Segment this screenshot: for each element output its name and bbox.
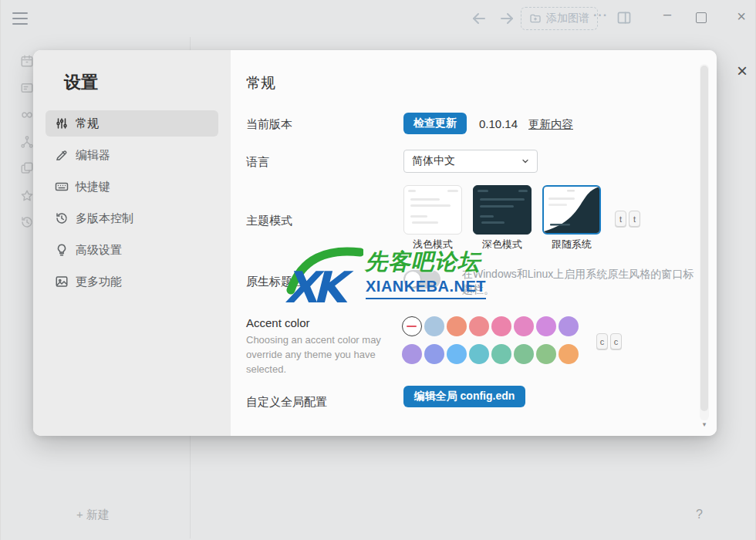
accent-swatch-none[interactable] xyxy=(402,316,422,336)
theme-option-light[interactable] xyxy=(403,185,462,235)
native-titlebar-description: 在Windows和Linux上启用系统原生风格的窗口标题栏。 xyxy=(462,266,703,297)
accent-swatch[interactable] xyxy=(491,344,511,364)
pencil-icon xyxy=(55,148,69,162)
native-titlebar-toggle[interactable] xyxy=(403,270,440,289)
theme-label: 主题模式 xyxy=(246,214,292,228)
custom-config-label: 自定义全局配置 xyxy=(246,395,327,410)
close-icon[interactable]: × xyxy=(732,62,752,82)
accent-swatch[interactable] xyxy=(536,316,556,336)
accent-swatch[interactable] xyxy=(469,344,489,364)
native-titlebar-label: 原生标题栏 xyxy=(246,275,304,289)
accent-swatch[interactable] xyxy=(469,316,489,336)
settings-panel: × 常规 当前版本 检查更新 0.10.14 更新内容 语言 简体中文 主题模式 xyxy=(231,50,717,436)
panel-scrollbar-track[interactable] xyxy=(700,64,709,420)
image-icon xyxy=(55,275,69,289)
sliders-icon xyxy=(55,116,69,130)
panel-scrollbar-thumb[interactable] xyxy=(700,66,708,411)
scroll-down-icon[interactable]: ▾ xyxy=(700,420,708,428)
kbd-key: t xyxy=(629,211,640,227)
theme-light-label: 浅色模式 xyxy=(403,238,462,251)
accent-description: Choosing an accent color may override an… xyxy=(246,332,397,376)
settings-nav-advanced[interactable]: 高级设置 xyxy=(46,237,218,263)
edit-global-config-button[interactable]: 编辑全局 config.edn xyxy=(403,386,525,407)
panel-heading: 常规 xyxy=(246,73,275,93)
theme-option-dark[interactable] xyxy=(473,185,532,235)
theme-dark-label: 深色模式 xyxy=(473,238,532,251)
language-select[interactable]: 简体中文 xyxy=(403,150,538,173)
bulb-icon xyxy=(55,243,69,257)
accent-swatch[interactable] xyxy=(559,344,579,364)
theme-system-label: 跟随系统 xyxy=(542,238,601,251)
settings-nav-editor[interactable]: 编辑器 xyxy=(46,142,218,168)
app-window: 添加图谱 ··· – × + 新建 ? 设置 xyxy=(0,0,756,540)
keyboard-icon xyxy=(55,180,69,194)
accent-swatch[interactable] xyxy=(491,316,511,336)
settings-nav-sidebar: 设置 常规 编辑器 快捷键 多版本控制 高级设置 xyxy=(33,50,231,436)
theme-option-system[interactable] xyxy=(542,185,601,235)
kbd-key: t xyxy=(615,211,626,227)
settings-nav-label: 更多功能 xyxy=(76,275,122,289)
theme-shortcut-badge: t t xyxy=(615,211,640,227)
settings-nav-label: 高级设置 xyxy=(76,243,122,258)
settings-title: 设置 xyxy=(64,71,98,94)
settings-nav-features[interactable]: 更多功能 xyxy=(46,268,218,295)
accent-swatch[interactable] xyxy=(402,344,422,364)
accent-swatch[interactable] xyxy=(447,344,467,364)
history-icon xyxy=(55,211,69,225)
settings-nav-general[interactable]: 常规 xyxy=(46,110,218,137)
settings-nav-label: 快捷键 xyxy=(76,180,110,194)
settings-nav-version-control[interactable]: 多版本控制 xyxy=(46,205,218,231)
changelog-link[interactable]: 更新内容 xyxy=(528,117,573,132)
language-selected-value: 简体中文 xyxy=(412,154,455,168)
version-label: 当前版本 xyxy=(246,117,292,132)
accent-swatch[interactable] xyxy=(424,344,444,364)
accent-shortcut-badge: c c xyxy=(596,333,622,349)
accent-swatch[interactable] xyxy=(536,344,556,364)
settings-nav-label: 编辑器 xyxy=(76,148,110,163)
check-update-button[interactable]: 检查更新 xyxy=(403,113,467,134)
kbd-key: c xyxy=(610,333,622,349)
accent-swatch[interactable] xyxy=(514,316,534,336)
settings-dialog: 设置 常规 编辑器 快捷键 多版本控制 高级设置 xyxy=(33,50,717,436)
accent-label: Accent color xyxy=(246,316,310,329)
accent-swatch-row-1 xyxy=(402,316,579,336)
accent-swatch[interactable] xyxy=(447,316,467,336)
accent-swatch[interactable] xyxy=(424,316,444,336)
language-label: 语言 xyxy=(246,155,269,170)
settings-nav-label: 常规 xyxy=(76,116,99,131)
accent-swatch-row-2 xyxy=(402,344,579,364)
kbd-key: c xyxy=(596,333,608,349)
version-value: 0.10.14 xyxy=(479,117,518,130)
accent-swatch[interactable] xyxy=(559,316,579,336)
settings-nav-label: 多版本控制 xyxy=(76,211,133,226)
accent-swatch[interactable] xyxy=(514,344,534,364)
settings-nav-shortcuts[interactable]: 快捷键 xyxy=(46,174,218,200)
chevron-down-icon xyxy=(521,157,530,166)
